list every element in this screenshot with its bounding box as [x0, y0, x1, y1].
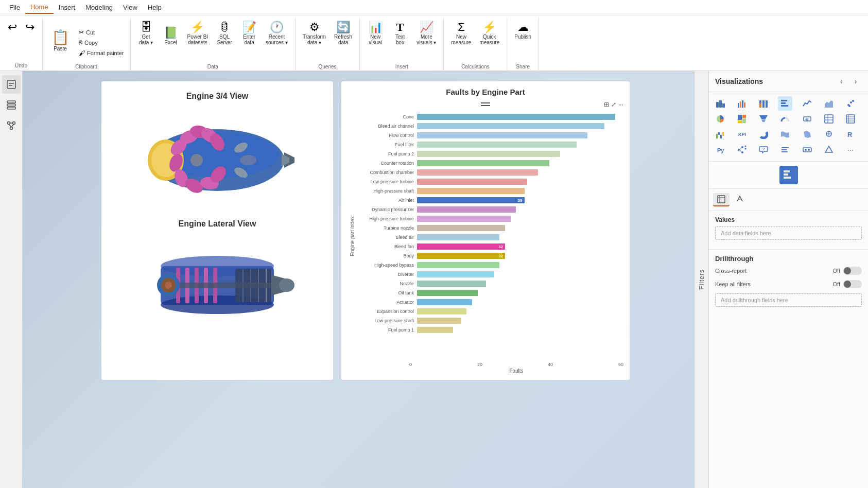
viz-table[interactable]: [822, 112, 836, 126]
more-visuals-button[interactable]: 📈 Morevisuals ▾: [413, 20, 439, 47]
menu-insert[interactable]: Insert: [54, 2, 81, 13]
cross-report-track[interactable]: [843, 267, 862, 275]
recent-sources-button[interactable]: 🕐 Recentsources ▾: [263, 20, 291, 47]
power-bi-datasets-button[interactable]: ⚡ Power BIdatasets: [184, 20, 212, 47]
drillthrough-drop-zone[interactable]: Add drillthrough fields here: [715, 293, 862, 307]
bar-label: High-speed bypass: [355, 263, 417, 268]
refresh-data-button[interactable]: 🔄 Refreshdata: [331, 20, 355, 47]
keep-filters-toggle[interactable]: Off: [833, 280, 862, 288]
viz-treemap[interactable]: [735, 112, 749, 126]
quick-measure-button[interactable]: ⚡ Quickmeasure: [476, 20, 502, 47]
viz-smart-narrative[interactable]: [778, 143, 792, 157]
share-label: Share: [516, 62, 530, 69]
viz-clustered-bar[interactable]: [735, 96, 749, 111]
transform-data-button[interactable]: ⚙ Transformdata ▾: [300, 20, 329, 47]
viz-decomp-tree[interactable]: [735, 143, 749, 157]
svg-rect-57: [744, 102, 745, 108]
viz-python[interactable]: Py: [713, 143, 727, 157]
viz-horizontal-bar[interactable]: [778, 96, 792, 111]
sql-server-button[interactable]: 🛢 SQLServer: [213, 20, 236, 47]
menu-file[interactable]: File: [4, 2, 25, 13]
chart-title: Faults by Engine Part: [348, 88, 623, 96]
viz-fields-tab[interactable]: [713, 193, 730, 206]
values-drop-zone[interactable]: Add data fields here: [715, 226, 862, 240]
viz-line[interactable]: [800, 96, 814, 111]
filter-icon[interactable]: ⊞: [604, 101, 609, 108]
bar-fill: [417, 216, 511, 222]
viz-format-tab[interactable]: [732, 193, 748, 206]
filters-sidebar: Filters: [694, 71, 708, 488]
viz-ribbon[interactable]: [778, 127, 792, 142]
text-box-button[interactable]: T Textbox: [389, 20, 411, 47]
bar-value: 39: [518, 198, 523, 203]
menu-view[interactable]: View: [118, 2, 143, 13]
publish-button[interactable]: ☁ Publish: [511, 20, 534, 42]
viz-filled-map[interactable]: [800, 127, 814, 142]
panel-collapse-button[interactable]: ‹: [835, 75, 847, 88]
bar-fill: 39: [417, 197, 525, 203]
viz-kpi[interactable]: KPI: [735, 127, 749, 142]
filters-label: Filters: [698, 269, 705, 290]
keep-filters-track[interactable]: [843, 280, 862, 288]
canvas-content: Engine 3/4 View: [23, 71, 708, 488]
viz-area[interactable]: [822, 96, 836, 111]
bar-label: Fuel filter: [355, 142, 417, 147]
bar-track: [417, 114, 623, 120]
viz-waterfall[interactable]: [713, 127, 727, 142]
queries-group: ⚙ Transformdata ▾ 🔄 Refreshdata Queries: [296, 18, 360, 71]
chart-menu-icon[interactable]: [479, 100, 492, 108]
viz-map[interactable]: [822, 127, 836, 142]
expand-icon[interactable]: ⤢: [611, 101, 616, 108]
excel-label: Excel: [164, 40, 177, 45]
svg-point-111: [808, 149, 810, 151]
viz-scatter[interactable]: [843, 96, 858, 111]
menu-modeling[interactable]: Modeling: [80, 2, 118, 13]
sidebar-model-icon[interactable]: [2, 116, 21, 135]
bar-track: 39: [417, 197, 623, 203]
quick-measure-icon: ⚡: [482, 22, 496, 33]
cross-report-toggle[interactable]: Off: [833, 267, 862, 275]
redo-button[interactable]: ↪: [22, 20, 38, 35]
viz-r-visual[interactable]: R: [843, 127, 858, 142]
undo-button[interactable]: ↩: [4, 20, 21, 35]
viz-custom2[interactable]: [822, 143, 836, 157]
bar-value: 32: [498, 254, 503, 258]
viz-100-stacked-bar[interactable]: [756, 96, 771, 111]
sidebar-data-icon[interactable]: [2, 96, 21, 114]
sidebar-report-icon[interactable]: [2, 75, 21, 94]
excel-button[interactable]: 📗 Excel: [160, 25, 182, 47]
get-data-button[interactable]: 🗄 Getdata ▾: [135, 20, 158, 47]
more-options-icon[interactable]: ···: [618, 101, 623, 108]
format-painter-button[interactable]: 🖌 Format painter: [77, 48, 126, 58]
viz-more[interactable]: ···: [843, 143, 858, 157]
menu-help[interactable]: Help: [143, 2, 167, 13]
viz-gauge[interactable]: [778, 112, 792, 126]
get-data-label: Getdata ▾: [139, 34, 153, 45]
viz-donut[interactable]: [756, 127, 771, 142]
viz-card[interactable]: 42: [800, 112, 814, 126]
viz-custom1[interactable]: [800, 143, 814, 157]
data-label: Data: [207, 62, 218, 69]
bar-label: Diverter: [355, 272, 417, 277]
viz-pie[interactable]: [713, 112, 727, 126]
panel-expand-button[interactable]: ›: [849, 75, 862, 88]
viz-funnel[interactable]: [756, 112, 771, 126]
bar-label: Bleed air channel: [355, 124, 417, 129]
new-visual-button[interactable]: 📊 Newvisual: [364, 20, 387, 47]
engine-lateral-title: Engine Lateral View: [179, 219, 256, 229]
bar-track: [417, 234, 623, 240]
bar-fill: [417, 160, 549, 166]
left-sidebar: [0, 71, 23, 488]
new-measure-button[interactable]: Σ Newmeasure: [448, 20, 474, 47]
enter-data-button[interactable]: 📝 Enterdata: [238, 20, 261, 47]
paste-button[interactable]: 📋 Paste: [47, 28, 74, 54]
copy-button[interactable]: ⎘ Copy: [77, 38, 126, 47]
viz-matrix[interactable]: [843, 112, 858, 126]
bar-fill: [417, 308, 466, 315]
cut-button[interactable]: ✂ Cut: [77, 28, 126, 37]
viz-stacked-bar[interactable]: [713, 96, 727, 111]
svg-marker-112: [825, 146, 832, 152]
new-measure-label: Newmeasure: [451, 34, 471, 45]
viz-qna[interactable]: ?: [756, 143, 771, 157]
menu-home[interactable]: Home: [25, 1, 54, 14]
